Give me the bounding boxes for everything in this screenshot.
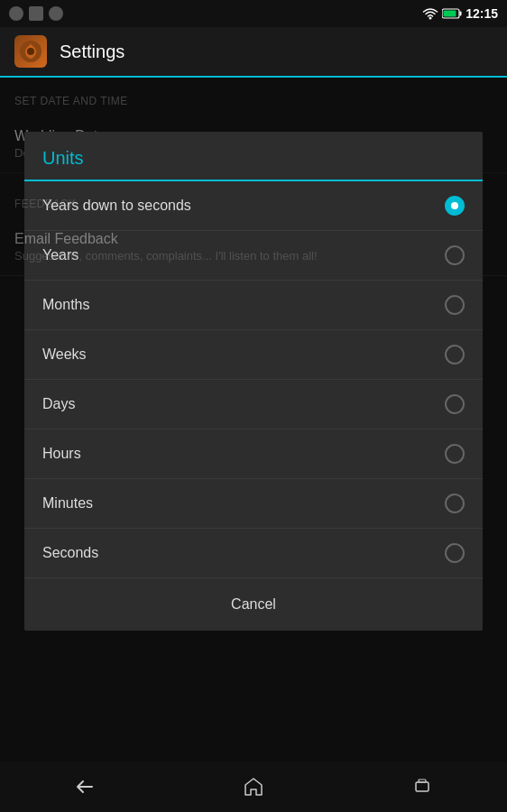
svg-rect-2 (460, 12, 462, 16)
notification-icon-3 (49, 6, 63, 21)
svg-point-5 (27, 48, 34, 55)
home-button[interactable] (217, 769, 290, 805)
radio-option-hours[interactable]: Hours (24, 429, 483, 479)
radio-label-minutes: Minutes (42, 495, 93, 512)
feedback-section-header: FEEDBACK (0, 180, 507, 218)
feedback-section: FEEDBACK Email Feedback Suggestions, com… (0, 173, 507, 276)
cancel-button[interactable]: Cancel (209, 586, 298, 623)
wifi-icon (422, 7, 438, 20)
email-feedback-label: Email Feedback (14, 231, 493, 247)
back-icon (74, 776, 96, 798)
recents-button[interactable] (386, 769, 458, 805)
radio-indicator-minutes (445, 494, 465, 513)
back-button[interactable] (49, 769, 121, 805)
radio-label-days: Days (42, 396, 75, 412)
radio-indicator-days (445, 394, 465, 414)
status-bar: 12:15 (0, 0, 507, 27)
status-time: 12:15 (466, 6, 498, 21)
radio-indicator-weeks (445, 345, 465, 364)
email-feedback-sublabel: Suggestions, comments, complaints... I'l… (14, 249, 493, 263)
radio-indicator-seconds (445, 543, 465, 563)
notification-icon-2 (29, 6, 43, 21)
radio-label-hours: Hours (42, 446, 81, 462)
status-left-icons (9, 6, 417, 21)
radio-option-months[interactable]: Months (24, 281, 483, 330)
notification-icon-1 (9, 6, 23, 21)
radio-option-weeks[interactable]: Weeks (24, 330, 483, 380)
svg-rect-6 (416, 782, 429, 791)
radio-label-seconds: Seconds (42, 545, 98, 561)
radio-indicator-months (445, 295, 465, 315)
svg-point-0 (429, 17, 432, 20)
radio-option-days[interactable]: Days (24, 380, 483, 429)
home-icon (243, 776, 264, 798)
radio-option-seconds[interactable]: Seconds (24, 529, 483, 577)
system-icons: 12:15 (422, 6, 498, 21)
radio-label-months: Months (42, 297, 89, 313)
svg-rect-7 (419, 780, 426, 782)
bottom-nav (0, 761, 507, 812)
battery-icon (442, 8, 462, 19)
toolbar: Settings (0, 27, 507, 78)
email-feedback-setting: Email Feedback Suggestions, comments, co… (0, 218, 507, 276)
svg-rect-3 (444, 11, 456, 17)
radio-indicator-hours (445, 444, 465, 464)
radio-label-weeks: Weeks (42, 346, 87, 363)
app-icon (14, 35, 47, 68)
dialog-actions: Cancel (24, 577, 483, 631)
main-content: SET DATE AND TIME Wedding Date December … (0, 78, 507, 761)
toolbar-title: Settings (60, 42, 124, 62)
feedback-section-title: FEEDBACK (14, 198, 77, 210)
recents-icon (411, 776, 433, 798)
radio-option-minutes[interactable]: Minutes (24, 479, 483, 529)
